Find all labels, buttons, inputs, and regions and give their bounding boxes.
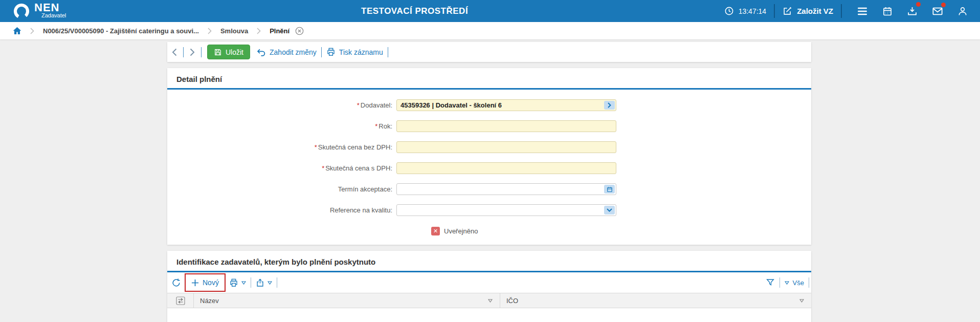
export-icon — [256, 278, 264, 287]
cena-bez-dph-label: Skutečná cena bez DPH: — [318, 143, 392, 151]
header-divider — [774, 4, 775, 18]
rok-input[interactable] — [397, 121, 616, 132]
sort-triangle-icon[interactable] — [488, 299, 493, 303]
detail-section-title: Detail plnění — [167, 68, 811, 88]
refresh-button[interactable] — [171, 278, 181, 288]
termin-akceptace-label: Termín akceptace: — [338, 185, 392, 193]
dropdown-triangle-icon — [268, 281, 272, 285]
column-header-ico[interactable]: IČO — [500, 293, 811, 308]
view-dropdown-triangle-icon[interactable] — [785, 281, 789, 285]
notification-dot — [916, 2, 921, 7]
form-row-dodavatel: *Dodavatel: — [167, 95, 811, 116]
column-header-nazev[interactable]: Název — [194, 293, 500, 308]
export-button[interactable] — [256, 278, 272, 287]
print-record-button[interactable]: Tisk záznamu — [326, 48, 383, 56]
nen-logo[interactable]: NEN Zadavatel — [13, 3, 66, 20]
hamburger-icon — [857, 7, 868, 16]
rok-field[interactable] — [396, 120, 616, 132]
breadcrumb-item-smlouva[interactable]: Smlouva — [220, 27, 248, 35]
form-row-cena-bez-dph: *Skutečná cena bez DPH: — [167, 137, 811, 158]
new-record-button[interactable]: Nový — [185, 273, 226, 292]
logo-text: NEN — [34, 3, 66, 13]
column-settings-button[interactable] — [167, 293, 194, 308]
section-rule — [167, 88, 811, 90]
discard-changes-button[interactable]: Zahodit změny — [256, 48, 317, 56]
clock-time: 13:47:14 — [739, 7, 767, 15]
cena-s-dph-label: Skutečná cena s DPH: — [325, 164, 392, 172]
detail-form: *Dodavatel: *Rok: *Skutečná cena bez DPH… — [167, 95, 811, 242]
grid-print-button[interactable] — [229, 278, 246, 287]
breadcrumb-item-procedure[interactable]: N006/25/V00005090 - Zajištění cateringu … — [43, 27, 199, 35]
toolbar-divider — [183, 47, 184, 57]
messages-button[interactable] — [925, 6, 950, 16]
breadcrumb-item-plneni[interactable]: Plnění — [270, 27, 289, 35]
dodavatel-field[interactable] — [396, 99, 616, 111]
grid-empty-body[interactable] — [167, 308, 811, 322]
termin-akceptace-field[interactable] — [396, 183, 616, 195]
prev-record-button[interactable] — [170, 48, 179, 56]
form-row-termin-akceptace: Termín akceptace: — [167, 179, 811, 200]
identification-grid-section: Identifikace zadavatelů, kterým bylo pln… — [167, 251, 811, 322]
calendar-icon — [882, 6, 893, 16]
rok-label: Rok: — [378, 122, 392, 130]
lookup-chevron-icon[interactable] — [604, 101, 615, 110]
new-record-label: Nový — [203, 278, 219, 287]
cena-bez-dph-input[interactable] — [397, 142, 616, 153]
select-chevron-down-icon[interactable] — [604, 206, 615, 214]
discard-changes-label: Zahodit změny — [270, 48, 317, 56]
view-all-button[interactable]: Vše — [793, 279, 804, 287]
grid-header-row: Název IČO — [167, 293, 811, 308]
home-icon[interactable] — [13, 27, 21, 35]
menu-button[interactable] — [850, 7, 875, 16]
record-toolbar: Uložit Zahodit změny Tisk záznamu — [167, 42, 811, 62]
page-content: Uložit Zahodit změny Tisk záznamu Detail… — [0, 42, 980, 322]
filter-funnel-icon[interactable] — [766, 278, 775, 287]
breadcrumb-chevron-icon — [257, 28, 261, 34]
sort-triangle-icon[interactable] — [799, 299, 804, 303]
plus-icon — [191, 279, 199, 287]
toolbar-divider — [779, 277, 780, 288]
session-clock: 13:47:14 — [724, 6, 767, 16]
edit-icon — [783, 6, 792, 16]
breadcrumb-chevron-icon — [30, 28, 34, 34]
datepicker-calendar-icon[interactable] — [604, 185, 615, 194]
required-asterisk: * — [315, 143, 317, 151]
termin-akceptace-input[interactable] — [397, 184, 616, 195]
cena-bez-dph-field[interactable] — [396, 141, 616, 153]
user-profile-button[interactable] — [950, 6, 975, 16]
nazev-label: Název — [200, 297, 219, 305]
dropdown-triangle-icon — [241, 281, 246, 285]
toolbar-divider — [201, 47, 202, 57]
save-button[interactable]: Uložit — [207, 45, 250, 59]
download-tray-icon — [907, 6, 918, 16]
notification-dot — [941, 3, 946, 7]
app-header: NEN Zadavatel TESTOVACÍ PROSTŘEDÍ 13:47:… — [0, 0, 980, 22]
toolbar-divider — [809, 277, 809, 288]
grid-section-title: Identifikace zadavatelů, kterým bylo pln… — [167, 251, 811, 271]
toolbar-divider — [388, 47, 388, 57]
grid-toolbar: Nový — [167, 272, 811, 293]
form-row-rok: *Rok: — [167, 116, 811, 137]
printer-icon — [326, 48, 336, 56]
required-asterisk: * — [322, 164, 324, 172]
cena-s-dph-field[interactable] — [396, 162, 616, 174]
save-label: Uložit — [226, 48, 243, 56]
form-row-reference-na-kvalitu: Reference na kvalitu: — [167, 200, 811, 221]
next-record-button[interactable] — [188, 48, 196, 56]
undo-icon — [256, 48, 266, 56]
user-icon — [957, 6, 968, 16]
toolbar-divider — [277, 277, 277, 288]
logo-subtitle: Zadavatel — [41, 12, 66, 18]
reference-na-kvalitu-field[interactable] — [396, 204, 616, 216]
calendar-button[interactable] — [875, 6, 900, 16]
create-vz-button[interactable]: Založit VZ — [783, 6, 833, 16]
dodavatel-input[interactable] — [397, 100, 616, 111]
not-published-x-icon: ✕ — [431, 227, 440, 235]
cena-s-dph-input[interactable] — [397, 163, 616, 174]
nen-logo-icon — [13, 3, 30, 20]
published-status-row: ✕ Uveřejněno — [167, 221, 811, 242]
close-tab-icon[interactable] — [295, 27, 304, 35]
reference-na-kvalitu-input[interactable] — [397, 205, 616, 216]
mail-icon — [932, 6, 943, 16]
downloads-button[interactable] — [900, 6, 925, 16]
